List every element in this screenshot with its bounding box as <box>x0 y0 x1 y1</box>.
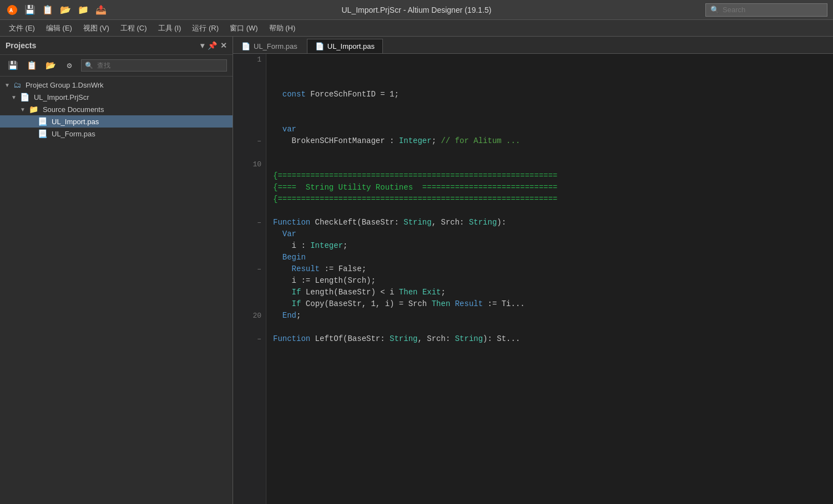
menu-project[interactable]: 工程 (C) <box>116 21 152 35</box>
sidebar-dock-icon[interactable]: 📌 <box>208 41 217 50</box>
gutter-line <box>238 228 261 240</box>
sidebar-title: Projects <box>6 41 36 50</box>
tab-label: UL_Form.pas <box>254 42 297 50</box>
code-line <box>273 100 833 112</box>
gutter-line: 1 <box>238 54 261 65</box>
gutter-line <box>238 252 261 263</box>
save-project-icon[interactable]: 💾 <box>6 58 20 73</box>
code-line: Function LeftOf(BaseStr: String, Srch: S… <box>273 333 833 345</box>
tab-label: UL_Import.pas <box>327 42 375 50</box>
code-lines: const ForceSchFontID = 1; var BrokenSCHF… <box>266 54 833 504</box>
sidebar-search[interactable] <box>81 59 227 72</box>
svg-text:A: A <box>9 8 13 14</box>
collapse-icon[interactable]: – <box>257 137 261 145</box>
gutter-line: 10 <box>238 159 261 170</box>
project-tree: ▼🗂Project Group 1.DsnWrk▼📄UL_Import.PrjS… <box>0 77 233 504</box>
code-line: {==== String Utility Routines ==========… <box>273 182 833 194</box>
code-area: 📄UL_Form.pas📄UL_Import.pas 1–10––20– con… <box>233 37 833 504</box>
tree-item-0[interactable]: ▼🗂Project Group 1.DsnWrk <box>0 79 233 91</box>
search-input[interactable] <box>723 6 822 14</box>
tab-1[interactable]: 📄UL_Import.pas <box>307 39 383 53</box>
file-icon: 📃 <box>38 129 47 138</box>
sidebar-header: Projects ▾ 📌 ✕ <box>0 37 233 55</box>
main-layout: Projects ▾ 📌 ✕ 💾 📋 📂 ⚙ ▼🗂Project Group 1… <box>0 37 833 504</box>
menu-tools[interactable]: 工具 (I) <box>154 21 186 35</box>
tree-item-3[interactable]: 📃UL_Import.pas <box>0 115 233 128</box>
code-line: const ForceSchFontID = 1; <box>273 89 833 100</box>
code-line: i := Length(Srch); <box>273 275 833 287</box>
copy-icon[interactable]: 📋 <box>41 3 54 17</box>
open-folder-icon[interactable]: 📂 <box>59 3 72 17</box>
upload-icon[interactable]: 📤 <box>94 3 108 17</box>
titlebar: A 💾 📋 📂 📁 📤 UL_Import.PrjScr - Altium De… <box>0 0 833 20</box>
menu-help[interactable]: 帮助 (H) <box>265 21 300 35</box>
code-line: Var <box>273 228 833 240</box>
code-line: i : Integer; <box>273 240 833 252</box>
code-line: Begin <box>273 252 833 263</box>
code-line: Function CheckLeft(BaseStr: String, Srch… <box>273 217 833 228</box>
tree-item-4[interactable]: 📃UL_Form.pas <box>0 128 233 140</box>
menu-edit[interactable]: 编辑 (E) <box>42 21 77 35</box>
app-title: UL_Import.PrjScr - Altium Designer (19.1… <box>342 6 492 14</box>
collapse-icon[interactable]: – <box>257 335 261 343</box>
tree-arrow: ▼ <box>11 94 17 100</box>
tree-arrow: ▼ <box>20 106 26 113</box>
menu-window[interactable]: 窗口 (W) <box>225 21 262 35</box>
sidebar-pin-icon[interactable]: ▾ <box>200 41 204 50</box>
copy-project-icon[interactable]: 📋 <box>24 58 39 73</box>
code-line <box>273 112 833 124</box>
tree-item-label: UL_Import.PrjScr <box>34 93 89 101</box>
menu-run[interactable]: 运行 (R) <box>188 21 223 35</box>
tab-0[interactable]: 📄UL_Form.pas <box>233 39 306 53</box>
gutter-line <box>238 240 261 252</box>
code-line <box>273 322 833 333</box>
project-icon[interactable]: 📁 <box>77 3 90 17</box>
gutter-line <box>238 205 261 217</box>
gutter-line <box>238 298 261 310</box>
sidebar-close-icon[interactable]: ✕ <box>220 41 227 50</box>
gutter-line: – <box>238 217 261 228</box>
menu-view[interactable]: 视图 (V) <box>79 21 114 35</box>
gutter-line <box>238 89 261 100</box>
gutter-line <box>238 170 261 182</box>
gutter-line: – <box>238 333 261 345</box>
tree-arrow: ▼ <box>4 82 10 88</box>
gutter-line <box>238 65 261 77</box>
tree-item-1[interactable]: ▼📄UL_Import.PrjScr <box>0 91 233 103</box>
tree-item-label: Project Group 1.DsnWrk <box>26 81 104 89</box>
code-line: var <box>273 124 833 135</box>
line-gutter: 1–10––20– <box>233 54 266 504</box>
code-line: If Copy(BaseStr, 1, i) = Srch Then Resul… <box>273 298 833 310</box>
open-project-icon[interactable]: 📂 <box>43 58 58 73</box>
code-line: Result := False; <box>273 263 833 275</box>
code-editor[interactable]: 1–10––20– const ForceSchFontID = 1; var … <box>233 54 833 504</box>
titlebar-left: A 💾 📋 📂 📁 📤 <box>6 3 108 17</box>
code-line: {=======================================… <box>273 170 833 182</box>
tab-file-icon: 📄 <box>241 42 250 50</box>
code-line: If Length(BaseStr) < i Then Exit; <box>273 287 833 298</box>
altium-logo-icon: A <box>6 3 19 17</box>
tab-file-icon: 📄 <box>315 42 324 50</box>
sidebar-search-input[interactable] <box>85 62 223 69</box>
group-icon: 🗂 <box>13 80 21 89</box>
project-file-icon: 📄 <box>20 93 29 101</box>
sidebar-toolbar: 💾 📋 📂 ⚙ <box>0 55 233 77</box>
save-icon[interactable]: 💾 <box>23 3 37 17</box>
gutter-line <box>238 322 261 333</box>
code-line: {=======================================… <box>273 194 833 205</box>
gutter-line <box>238 147 261 159</box>
gutter-line: – <box>238 263 261 275</box>
collapse-icon[interactable]: – <box>257 265 261 273</box>
tree-item-label: Source Documents <box>43 105 104 114</box>
settings-icon[interactable]: ⚙ <box>62 58 77 73</box>
gutter-line <box>238 100 261 112</box>
collapse-icon[interactable]: – <box>257 218 261 227</box>
code-line <box>273 159 833 170</box>
sidebar: Projects ▾ 📌 ✕ 💾 📋 📂 ⚙ ▼🗂Project Group 1… <box>0 37 233 504</box>
search-bar[interactable]: 🔍 <box>705 3 827 17</box>
code-line <box>273 65 833 77</box>
menu-file[interactable]: 文件 (E) <box>4 21 39 35</box>
tree-item-2[interactable]: ▼📁Source Documents <box>0 103 233 115</box>
gutter-line <box>238 194 261 205</box>
code-line: End; <box>273 310 833 322</box>
